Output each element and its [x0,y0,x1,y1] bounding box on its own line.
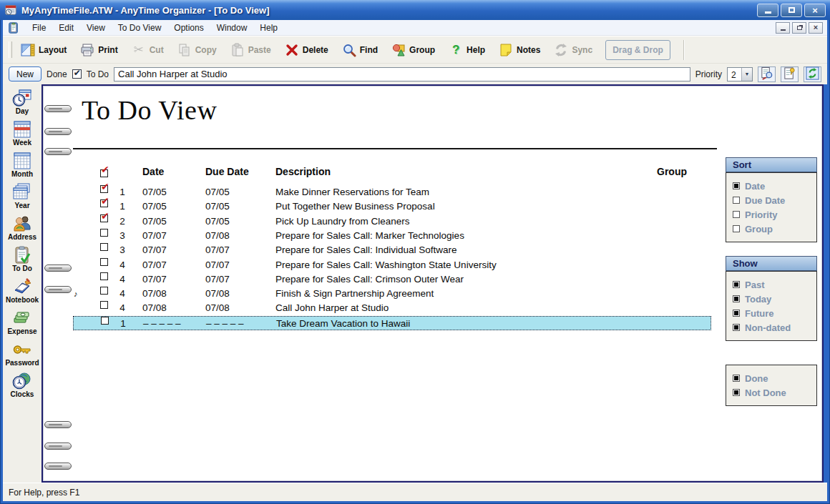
sort-option-group[interactable]: Group [733,222,816,236]
menu-edit[interactable]: Edit [52,21,80,34]
todo-done-checkbox[interactable] [100,272,108,280]
expense-icon [12,309,32,327]
red-check-icon: ✔ [101,179,109,194]
show-option-non-dated[interactable]: Non-dated [733,320,816,335]
todo-row[interactable]: ✔207/0507/05Pick Up Laundry from Cleaner… [73,214,711,229]
sidebar-item-to-do[interactable]: To Do [3,246,42,272]
toolbar-print-button[interactable]: Print [79,43,117,57]
binder-ring [44,128,72,135]
maximize-button[interactable] [781,4,802,17]
toolbar-paste-button[interactable]: Paste [230,43,271,57]
todo-priority: 1 [117,199,128,214]
window-title: MyAnyTimeFile.ATW - AnyTime Organizer - … [21,5,753,16]
priority-dropdown[interactable]: 2 ▼ [727,67,753,81]
menu-view[interactable]: View [80,21,112,34]
todo-done-checkbox[interactable] [100,229,108,237]
todo-done-checkbox[interactable] [100,287,108,295]
done-column-icon: ✔ [100,169,108,177]
toolbar-label: Notes [517,45,540,55]
sync-now-button[interactable] [804,66,821,82]
todo-row[interactable]: 407/0707/07Prepare for Sales Call: Crims… [73,272,711,287]
done-label: Done [47,69,67,79]
toolbar-label: Copy [195,45,217,55]
todo-row[interactable]: 407/0807/08Call John Harper at Studio [73,301,711,315]
drag-drop-button[interactable]: Drag & Drop [605,40,670,60]
sync-now-icon [806,66,819,82]
todo-done-checkbox[interactable] [100,243,108,251]
sort-option-date[interactable]: Date [733,179,816,193]
red-check-icon: ✔ [101,209,109,223]
doc-zoom-icon [760,66,773,82]
attach-note-button[interactable] [781,66,799,82]
menu-window[interactable]: Window [210,21,254,34]
todo-done-checkbox[interactable] [101,317,109,325]
toolbar-copy-button[interactable]: Copy [177,43,217,57]
todo-priority: 4 [117,258,128,272]
toolbar-delete-button[interactable]: Delete [284,43,328,57]
menu-help[interactable]: Help [253,21,284,34]
sidebar-item-notebook[interactable]: Notebook [3,277,42,304]
sidebar-item-year[interactable]: Year [3,183,42,209]
chevron-down-icon: ▼ [741,68,752,81]
done-filter-option-done[interactable]: Done [733,371,816,385]
todo-done-checkbox[interactable]: ✔ [100,199,108,207]
mdi-minimize-button[interactable] [776,22,790,34]
todo-priority: 2 [117,214,128,229]
todo-checkbox[interactable]: ✔ [72,69,82,79]
sidebar-item-expense[interactable]: Expense [3,309,42,335]
todo-done-checkbox[interactable] [100,258,108,266]
print-icon [79,43,95,57]
mdi-close-button[interactable]: × [809,22,823,34]
toolbar-help-button[interactable]: ?Help [448,43,485,57]
show-option-future[interactable]: Future [733,306,816,320]
toolbar-notes-button[interactable]: Notes [498,43,540,57]
toolbar-layout-button[interactable]: Layout [20,43,67,57]
toolbar-buttons: LayoutPrint✂CutCopyPasteDeleteFindGroup?… [20,43,592,57]
notebook-icon [12,277,32,296]
delete-icon [284,43,300,57]
option-label: Not Done [745,387,786,398]
todo-done-checkbox[interactable] [100,301,108,309]
sort-option-priority[interactable]: Priority [733,207,816,222]
mdi-close-icon: × [814,24,818,31]
close-button[interactable]: × [804,4,826,17]
todo-row[interactable]: 307/0707/08Prepare for Sales Call: Marke… [73,229,711,243]
menu-file[interactable]: File [26,21,52,34]
toolbar-sync-button[interactable]: Sync [553,43,592,57]
done-filter-option-not-done[interactable]: Not Done [733,385,816,400]
sidebar-item-password[interactable]: Password [3,340,42,367]
todo-row[interactable]: ✔107/0507/05Make Dinner Reservations for… [73,185,711,199]
new-button[interactable]: New [9,66,42,81]
show-option-today[interactable]: Today [733,292,816,306]
sidebar-item-address[interactable]: Address [3,214,42,241]
binder-ring [44,265,72,272]
show-option-past[interactable]: Past [733,277,816,292]
sidebar-item-clocks[interactable]: Clocks [3,372,42,398]
task-input[interactable] [114,67,690,81]
todo-row[interactable]: 307/0707/07Prepare for Sales Call: Indiv… [73,243,711,257]
toolbar-group-button[interactable]: Group [391,43,435,57]
sidebar-item-month[interactable]: Month [3,152,42,178]
sidebar-item-day[interactable]: Day [3,89,42,115]
todo-done-checkbox[interactable]: ✔ [100,214,108,222]
detail-view-button[interactable] [758,66,776,82]
toolbar-cut-button[interactable]: ✂Cut [131,43,164,57]
menu-options[interactable]: Options [167,21,210,34]
sidebar-item-week[interactable]: Week [3,120,42,147]
toolbar-find-button[interactable]: Find [341,43,378,57]
todo-due-date: 07/07 [205,272,230,287]
todo-row[interactable]: ♪407/0807/08Finish & Sign Partnership Ag… [73,287,711,301]
option-label: Past [745,280,764,290]
menu-to-do-view[interactable]: To Do View [112,21,167,34]
done-filter-options: DoneNot Done [726,365,817,406]
day-icon [12,89,32,107]
minimize-button[interactable] [757,4,778,17]
todo-row[interactable]: ✔107/0507/05Put Together New Business Pr… [73,199,711,214]
todo-row[interactable]: 407/0707/07Prepare for Sales Call: Washi… [73,258,711,272]
todo-description: Put Together New Business Proposal [275,199,435,214]
mdi-restore-button[interactable] [792,22,806,34]
todo-done-checkbox[interactable]: ✔ [100,185,108,193]
sort-option-due-date[interactable]: Due Date [733,193,816,207]
sidebar-label: Expense [7,327,36,335]
todo-row[interactable]: 1– – – – –– – – – –Take Dream Vacation t… [73,316,711,330]
